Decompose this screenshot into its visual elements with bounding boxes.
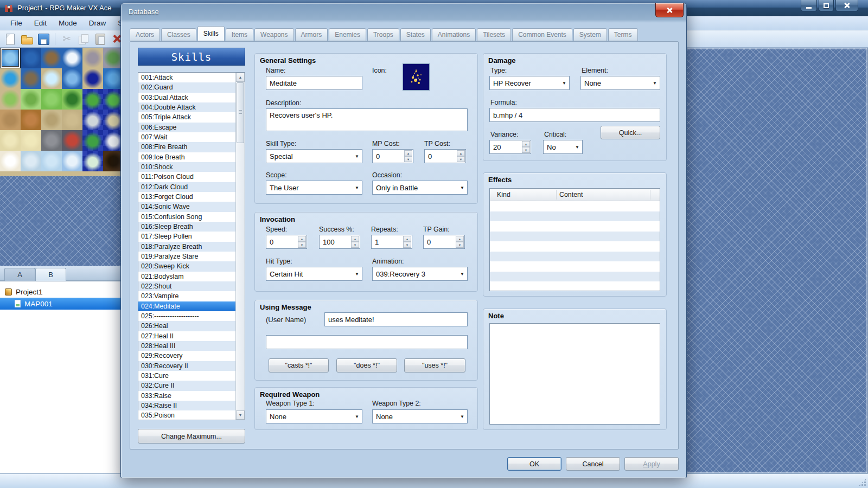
open-icon[interactable] [20, 33, 33, 46]
scroll-up-icon[interactable]: ▲ [236, 73, 245, 82]
new-icon[interactable] [3, 33, 16, 46]
list-item[interactable]: 009:Ice Breath [138, 152, 235, 162]
critical-select[interactable]: No ▼ [543, 140, 583, 154]
menu-edit[interactable]: Edit [28, 17, 53, 29]
effects-row[interactable] [490, 221, 660, 232]
list-item[interactable]: 026:Heal [138, 321, 235, 331]
spin-down-icon[interactable]: ▼ [456, 242, 464, 248]
dialog-close-button[interactable] [655, 3, 684, 17]
note-input[interactable] [489, 323, 660, 425]
effects-row[interactable] [490, 272, 660, 282]
palette-tile[interactable] [0, 48, 21, 68]
hit-type-select[interactable]: Certain Hit ▼ [266, 267, 362, 281]
effects-row[interactable] [490, 201, 660, 211]
palette-tile[interactable] [62, 151, 82, 171]
save-icon[interactable] [37, 33, 50, 46]
list-item[interactable]: 033:Raise [138, 391, 235, 401]
list-item[interactable]: 013:Forget Cloud [138, 192, 235, 202]
palette-tile[interactable] [62, 48, 82, 68]
menu-file[interactable]: File [4, 17, 28, 29]
scrollbar-thumb[interactable] [237, 82, 244, 143]
list-item[interactable]: 032:Cure II [138, 381, 235, 390]
weapon-type-2-select[interactable]: None ▼ [372, 409, 468, 423]
list-item[interactable]: 006:Escape [138, 123, 235, 132]
spin-down-icon[interactable]: ▼ [298, 242, 306, 248]
list-item[interactable]: 002:Guard [138, 82, 235, 92]
palette-tile[interactable] [82, 48, 103, 68]
close-button[interactable] [835, 0, 858, 11]
list-item[interactable]: 014:Sonic Wave [138, 202, 235, 211]
list-item[interactable]: 024:Meditate [138, 301, 235, 311]
formula-input[interactable]: b.mhp / 4 [489, 108, 660, 122]
damage-type-select[interactable]: HP Recover ▼ [489, 76, 570, 90]
tree-item-map[interactable]: MAP001 [0, 298, 123, 310]
list-item[interactable]: 028:Heal III [138, 341, 235, 351]
list-item[interactable]: 004:Double Attack [138, 102, 235, 112]
menu-mode[interactable]: Mode [53, 17, 83, 29]
palette-tile[interactable] [62, 130, 82, 151]
scope-select[interactable]: The User ▼ [266, 181, 362, 195]
list-item[interactable]: 029:Recovery [138, 351, 235, 361]
list-item[interactable]: 016:Sleep Breath [138, 222, 235, 232]
tab-enemies[interactable]: Enemies [329, 28, 366, 41]
tab-armors[interactable]: Armors [295, 28, 328, 41]
spin-up-icon[interactable]: ▲ [457, 150, 465, 156]
list-item[interactable]: 008:Fire Breath [138, 142, 235, 152]
skill-list-scrollbar[interactable]: ▲ ▼ [235, 73, 245, 420]
spin-down-icon[interactable]: ▼ [351, 242, 359, 248]
tree-item-project[interactable]: Project1 [0, 286, 123, 298]
scroll-down-icon[interactable]: ▼ [236, 410, 245, 420]
cancel-button[interactable]: Cancel [566, 457, 620, 471]
skill-type-select[interactable]: Special ▼ [266, 149, 362, 163]
effects-row[interactable] [490, 261, 660, 272]
list-item[interactable]: 019:Paralyze Stare [138, 252, 235, 261]
tab-actors[interactable]: Actors [130, 28, 160, 41]
tp-gain-spinner[interactable]: 0 ▲▼ [423, 235, 465, 249]
mp-cost-spinner[interactable]: 0 ▲▼ [372, 149, 413, 163]
tab-animations[interactable]: Animations [432, 28, 476, 41]
list-item[interactable]: 025:-------------------- [138, 311, 235, 321]
apply-button[interactable]: Apply [624, 457, 679, 471]
palette-tile[interactable] [62, 68, 82, 89]
animation-select[interactable]: 039:Recovery 3 ▼ [372, 267, 468, 281]
minimize-button[interactable] [801, 0, 817, 11]
list-item[interactable]: 005:Triple Attack [138, 112, 235, 122]
effects-row[interactable] [490, 211, 660, 222]
palette-tile[interactable] [21, 130, 41, 151]
palette-tile[interactable] [0, 68, 21, 89]
uses-preset-button[interactable]: "uses *!" [404, 358, 465, 373]
copy-icon[interactable] [77, 33, 90, 46]
tab-common-events[interactable]: Common Events [512, 28, 572, 41]
effects-row[interactable] [490, 252, 660, 262]
palette-tile[interactable] [82, 89, 103, 110]
list-item[interactable]: 003:Dual Attack [138, 93, 235, 102]
spin-down-icon[interactable]: ▼ [404, 156, 412, 162]
effects-table[interactable]: Kind Content [489, 188, 660, 291]
element-select[interactable]: None ▼ [580, 76, 660, 90]
spin-up-icon[interactable]: ▲ [403, 236, 411, 242]
spin-up-icon[interactable]: ▲ [351, 236, 359, 242]
list-item[interactable]: 021:Bodyslam [138, 272, 235, 281]
tab-troops[interactable]: Troops [367, 28, 399, 41]
list-item[interactable]: 017:Sleep Pollen [138, 232, 235, 241]
tab-system[interactable]: System [573, 28, 607, 41]
palette-tile[interactable] [62, 110, 82, 130]
spin-up-icon[interactable]: ▲ [298, 236, 306, 242]
resize-grip[interactable] [858, 478, 866, 486]
effects-row[interactable] [490, 232, 660, 242]
list-item[interactable]: 020:Sweep Kick [138, 261, 235, 271]
quick-button[interactable]: Quick... [601, 126, 660, 139]
palette-tile[interactable] [82, 110, 103, 130]
palette-tile[interactable] [82, 130, 103, 151]
palette-tile[interactable] [41, 151, 62, 171]
tab-weapons[interactable]: Weapons [254, 28, 293, 41]
maximize-button[interactable] [819, 0, 834, 11]
palette-tile[interactable] [62, 89, 82, 110]
palette-tab-b[interactable]: B [35, 268, 66, 281]
palette-tile[interactable] [21, 110, 41, 130]
spin-up-icon[interactable]: ▲ [456, 236, 464, 242]
list-item[interactable]: 011:Poison Cloud [138, 172, 235, 182]
tab-items[interactable]: Items [226, 28, 253, 41]
palette-tile[interactable] [21, 68, 41, 89]
list-item[interactable]: 027:Heal II [138, 331, 235, 341]
